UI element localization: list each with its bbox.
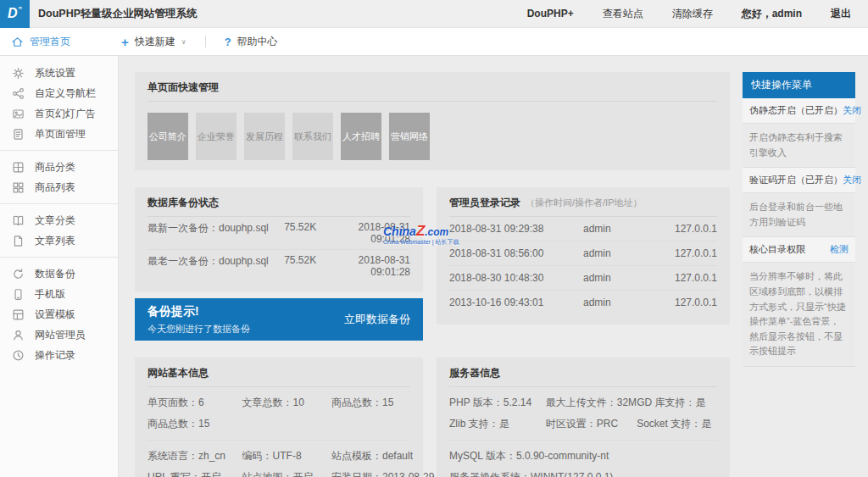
srv-timezone: 时区设置：PRC [546, 413, 637, 435]
douphp-logo[interactable]: D ’’ [0, 0, 30, 28]
backup-size: 75.52K [284, 221, 337, 245]
rewrite-close-button[interactable]: 关闭 [843, 104, 861, 117]
sidebar-item-site-admin[interactable]: 网站管理员 [0, 324, 118, 345]
nav-admin-home[interactable]: 管理首页 [11, 35, 70, 49]
topbar: D ’’ DouPHP轻量级企业网站管理系统 DouPHP+ 查看站点 清除缓存… [0, 0, 868, 28]
backup-status-title: 数据库备份状态 [147, 196, 410, 217]
backup-file: 最老一次备份：douphp.sql [147, 254, 284, 278]
login-log-row: 2013-10-16 09:43:01 admin 127.0.0.1 [449, 290, 717, 314]
home-icon [11, 36, 24, 48]
tile-company-profile[interactable]: 公司简介 [147, 113, 188, 160]
login-user: admin [583, 247, 650, 259]
cfg-encoding: 编码：UTF-8 [242, 446, 331, 467]
login-user: admin [583, 223, 650, 235]
cfg-url-rewrite: URL 重写：开启 [147, 467, 242, 477]
nav-admin-home-label: 管理首页 [30, 35, 70, 49]
srv-mysql-version: MySQL 版本：5.0.90-community-nt [449, 446, 717, 467]
link-logout[interactable]: 退出 [831, 7, 851, 21]
login-log-title: 管理员登录记录（操作时间/操作者/IP地址） [449, 196, 717, 217]
backup-refresh-icon [12, 268, 25, 280]
site-info-card: 网站基本信息 单页面数：6 文章总数：10 商品总数：15 商品总数：15 系统… [135, 358, 423, 477]
login-log-title-text: 管理员登录记录 [449, 197, 520, 208]
sidebar-item-label: 商品列表 [35, 180, 75, 195]
greeting-admin[interactable]: 您好，admin [742, 7, 802, 21]
sidebar-item-data-backup[interactable]: 数据备份 [0, 263, 118, 284]
login-log-note: （操作时间/操作者/IP地址） [526, 197, 643, 208]
server-info-title: 服务器信息 [449, 366, 717, 387]
site-info-title: 网站基本信息 [147, 366, 410, 387]
tile-company-honor[interactable]: 企业荣誉 [196, 113, 236, 160]
backup-date: 2018-08-31 09:01:28 [337, 221, 410, 245]
stat-products: 商品总数：15 [331, 392, 410, 413]
quick-menu-panel: 快捷操作菜单 伪静态开启（已开启） 关闭 开启伪静态有利于搜索引擎收入 验证码开… [743, 72, 855, 367]
backup-banner-subtitle: 今天您刚进行了数据备份 [147, 323, 250, 336]
quick-menu-item-rewrite: 伪静态开启（已开启） 关闭 [743, 98, 855, 124]
login-ip: 127.0.0.1 [650, 247, 717, 259]
backup-banner-title: 备份提示! [147, 304, 250, 319]
sidebar-item-template-settings[interactable]: 设置模板 [0, 304, 118, 324]
category-grid-icon [12, 161, 25, 174]
divider [449, 440, 717, 441]
permission-check-button[interactable]: 检测 [830, 243, 849, 256]
sidebar-item-page-manage[interactable]: 单页面管理 [0, 124, 118, 144]
link-clear-cache[interactable]: 清除缓存 [672, 7, 713, 21]
srv-socket-support: Socket 支持：是 [637, 413, 717, 435]
tile-marketing-network[interactable]: 营销网络 [389, 113, 430, 160]
logo-spark: ’’ [18, 5, 22, 14]
login-time: 2018-08-30 10:48:30 [449, 272, 583, 284]
link-view-site[interactable]: 查看站点 [603, 7, 643, 21]
sidebar-item-system-settings[interactable]: 系统设置 [0, 63, 118, 83]
sidebar-item-mobile-version[interactable]: 手机版 [0, 284, 118, 304]
toolbar: 管理首页 + 快速新建 ∨ ? 帮助中心 [0, 28, 868, 56]
plus-icon: + [121, 36, 129, 48]
sidebar-item-label: 手机版 [35, 287, 65, 302]
tile-development-history[interactable]: 发展历程 [244, 113, 285, 160]
sidebar-item-label: 网站管理员 [35, 328, 86, 342]
grid-icon [12, 181, 25, 194]
user-icon [12, 329, 25, 341]
sidebar-item-product-list[interactable]: 商品列表 [0, 177, 118, 197]
sidebar-item-label: 系统设置 [35, 66, 75, 80]
help-center-button[interactable]: ? 帮助中心 [225, 35, 278, 49]
sidebar-item-article-list[interactable]: 文章列表 [0, 230, 118, 251]
sidebar-item-label: 首页幻灯广告 [35, 107, 96, 121]
template-icon [12, 308, 25, 321]
stat-pages: 单页面数：6 [147, 392, 242, 413]
file-icon [12, 235, 25, 247]
sidebar-item-label: 文章列表 [35, 234, 75, 248]
history-clock-icon [12, 349, 25, 362]
tile-recruitment[interactable]: 人才招聘 [341, 113, 381, 160]
sidebar-item-operation-log[interactable]: 操作记录 [0, 345, 118, 365]
gear-icon [12, 67, 25, 80]
image-icon [12, 108, 25, 120]
srv-php-version: PHP 版本：5.2.14 [449, 392, 546, 413]
topbar-links: DouPHP+ 查看站点 清除缓存 您好，admin 退出 [527, 7, 868, 21]
login-log-row: 2018-08-31 08:56:00 admin 127.0.0.1 [449, 241, 717, 265]
tile-contact-us[interactable]: 联系我们 [292, 113, 333, 160]
logo-d-glyph: D [8, 6, 18, 21]
sidebar-divider [0, 150, 118, 151]
sidebar-item-home-slides[interactable]: 首页幻灯广告 [0, 103, 118, 124]
captcha-close-button[interactable]: 关闭 [843, 174, 861, 186]
backup-now-button[interactable]: 立即数据备份 [344, 312, 410, 327]
backup-row: 最新一次备份：douphp.sql 75.52K 2018-08-31 09:0… [147, 217, 410, 249]
sidebar-item-product-category[interactable]: 商品分类 [0, 157, 118, 177]
backup-date: 2018-08-31 09:01:28 [337, 254, 410, 278]
quick-new-label: 快速新建 [135, 35, 175, 49]
login-log-row: 2018-08-31 09:29:38 admin 127.0.0.1 [449, 217, 717, 241]
stat-articles: 文章总数：10 [242, 392, 331, 413]
sidebar-item-custom-nav[interactable]: 自定义导航栏 [0, 83, 118, 103]
app-title: DouPHP轻量级企业网站管理系统 [38, 7, 198, 21]
login-ip: 127.0.0.1 [650, 272, 717, 284]
backup-status-card: 数据库备份状态 最新一次备份：douphp.sql 75.52K 2018-08… [135, 187, 423, 292]
srv-zlib-support: Zlib 支持：是 [449, 413, 546, 435]
link-douphp-plus[interactable]: DouPHP+ [527, 8, 574, 19]
cfg-sitemap: 站点地图：开启 [242, 467, 331, 477]
quick-menu-item-desc: 当分辨率不够时，将此区域移到底部，以横排方式形式，只显示“快捷操作菜单”-蓝色背… [743, 263, 855, 367]
quick-menu-header: 快捷操作菜单 [743, 72, 855, 98]
sidebar-item-article-category[interactable]: 文章分类 [0, 210, 118, 230]
quick-new-button[interactable]: + 快速新建 ∨ [121, 35, 186, 49]
sidebar-item-label: 设置模板 [35, 308, 75, 322]
srv-os: 服务器操作系统：WINNT(127.0.0.1) [449, 467, 717, 477]
sidebar: 系统设置 自定义导航栏 首页幻灯广告 单页面管理 商品分类 商品列表 文章分类 [0, 56, 119, 477]
